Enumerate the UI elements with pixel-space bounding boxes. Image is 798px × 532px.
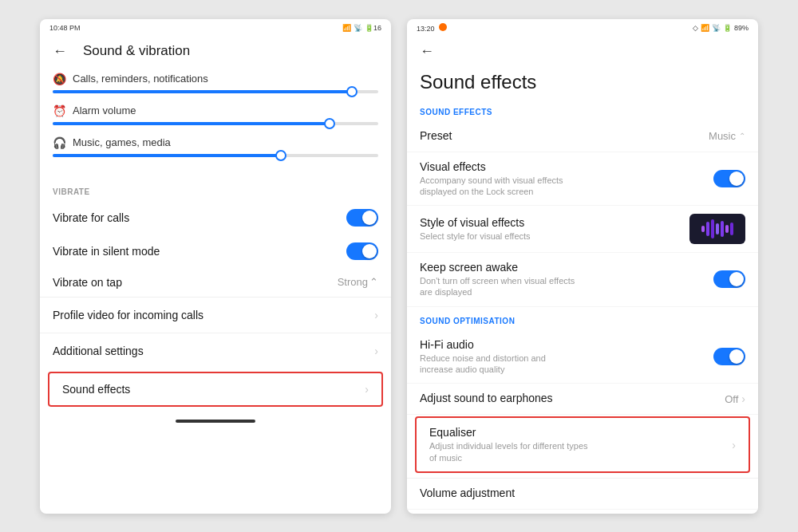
vibrate-tap-row[interactable]: Vibrate on tap Strong ⌃ xyxy=(40,268,391,297)
preset-info: Preset xyxy=(420,129,709,144)
back-button-right[interactable]: ← xyxy=(420,43,434,60)
profile-video-row[interactable]: Profile video for incoming calls › xyxy=(40,297,391,333)
wave-bar-5 xyxy=(721,221,724,237)
alarm-label: Alarm volume xyxy=(73,104,136,116)
hifi-info: Hi-Fi audio Reduce noise and distortion … xyxy=(420,338,713,376)
alarm-slider-thumb xyxy=(324,118,335,129)
alarm-slider-track[interactable] xyxy=(53,122,378,125)
right-phone-screen: 13:20 ◇ 📶 📡 🔋 89% ← Sound effects SOUND … xyxy=(407,19,758,514)
volume-item-calls: 🔕 Calls, reminders, notifications xyxy=(53,73,378,93)
music-slider-track[interactable] xyxy=(53,154,378,157)
volume-item-music: 🎧 Music, games, media xyxy=(53,136,378,157)
notification-dot xyxy=(439,23,447,31)
style-visual-row[interactable]: Style of visual effects Select style for… xyxy=(407,206,758,253)
battery-left: 🔋16 xyxy=(365,24,381,32)
volume-adj-info: Volume adjustment xyxy=(420,487,745,501)
profile-video-arrow: › xyxy=(374,309,378,321)
vibrate-tap-value: Strong ⌃ xyxy=(338,276,378,288)
adjust-earphones-info: Adjust sound to earphones xyxy=(420,392,725,406)
wave-bar-2 xyxy=(706,222,709,236)
right-screen-title: Sound effects xyxy=(407,66,758,104)
screen-title-left: Sound & vibration xyxy=(83,43,190,59)
music-slider-thumb xyxy=(275,150,286,161)
optimisation-section: SOUND OPTIMISATION Hi-Fi audio Reduce no… xyxy=(407,313,758,475)
back-button-left[interactable]: ← xyxy=(53,43,67,60)
equaliser-info: Equaliser Adjust individual levels for d… xyxy=(429,426,732,463)
wifi-icon-right: 📡 xyxy=(712,24,721,32)
volume-label-music: 🎧 Music, games, media xyxy=(53,136,378,149)
calls-slider-fill xyxy=(53,90,352,93)
volume-label-calls: 🔕 Calls, reminders, notifications xyxy=(53,73,378,85)
adjust-earphones-row[interactable]: Adjust sound to earphones Off › xyxy=(407,384,758,415)
diamond-icon: ◇ xyxy=(693,24,698,32)
status-time-right: 13:20 xyxy=(417,23,447,33)
sound-effects-arrow: › xyxy=(365,383,369,396)
status-icons-left: 📶 📡 🔋16 xyxy=(342,24,381,32)
additional-settings-arrow: › xyxy=(374,345,378,357)
vibrate-for-calls-row[interactable]: Vibrate for calls xyxy=(40,201,391,234)
signal-icon: 📶 xyxy=(342,24,351,32)
optimisation-label: SOUND OPTIMISATION xyxy=(407,313,758,330)
vibrate-calls-label: Vibrate for calls xyxy=(53,211,129,224)
home-indicator-left xyxy=(40,410,391,426)
equaliser-arrow: › xyxy=(732,439,736,451)
left-phone-screen: 10:48 PM 📶 📡 🔋16 ← Sound & vibration 🔕 C… xyxy=(40,19,391,514)
hifi-row[interactable]: Hi-Fi audio Reduce noise and distortion … xyxy=(407,330,758,384)
adjust-earphones-right: Off › xyxy=(725,392,745,405)
equaliser-row[interactable]: Equaliser Adjust individual levels for d… xyxy=(417,418,749,471)
equaliser-highlighted-container: Equaliser Adjust individual levels for d… xyxy=(415,416,750,473)
volume-item-alarm: ⏰ Alarm volume xyxy=(53,104,378,125)
status-bar-right: 13:20 ◇ 📶 📡 🔋 89% xyxy=(407,19,758,37)
vibrate-silent-toggle[interactable] xyxy=(346,242,378,260)
screen-header-left: ← Sound & vibration xyxy=(40,37,391,66)
keep-awake-info: Keep screen awake Don't turn off screen … xyxy=(420,261,713,298)
vibrate-tap-chevron: ⌃ xyxy=(369,276,378,288)
wave-bar-3 xyxy=(711,219,714,238)
additional-settings-row[interactable]: Additional settings › xyxy=(40,333,391,368)
screenshots-container: 10:48 PM 📶 📡 🔋16 ← Sound & vibration 🔕 C… xyxy=(0,0,798,532)
battery-right: 🔋 89% xyxy=(723,24,749,32)
screen-header-right: ← xyxy=(407,37,758,66)
wave-bar-6 xyxy=(725,225,729,233)
preset-row[interactable]: Preset Music ⌃ xyxy=(407,121,758,152)
earphones-arrow: › xyxy=(741,392,745,405)
volume-adjustment-row[interactable]: Volume adjustment xyxy=(407,478,758,510)
signal-icon-right: 📶 xyxy=(701,24,709,32)
visual-effects-row[interactable]: Visual effects Accompany sound with visu… xyxy=(407,152,758,207)
wave-bar-1 xyxy=(701,226,705,232)
preset-chevron: ⌃ xyxy=(739,132,745,140)
vibrate-silent-label: Vibrate in silent mode xyxy=(53,245,160,258)
calls-label: Calls, reminders, notifications xyxy=(73,73,208,85)
visual-effects-info: Visual effects Accompany sound with visu… xyxy=(420,160,713,198)
keep-awake-row[interactable]: Keep screen awake Don't turn off screen … xyxy=(407,253,758,307)
calls-slider-track[interactable] xyxy=(53,90,378,93)
wifi-icon: 📡 xyxy=(354,24,362,32)
keep-awake-toggle[interactable] xyxy=(713,270,745,288)
status-bar-left: 10:48 PM 📶 📡 🔋16 xyxy=(40,19,391,37)
calls-icon: 🔕 xyxy=(53,73,66,85)
visual-style-thumb xyxy=(689,214,745,244)
vibrate-calls-toggle[interactable] xyxy=(346,209,378,227)
visual-effects-toggle[interactable] xyxy=(713,170,745,187)
volume-section: 🔕 Calls, reminders, notifications ⏰ Alar… xyxy=(40,66,391,181)
preset-right: Music ⌃ xyxy=(709,130,745,142)
vibrate-tap-label: Vibrate on tap xyxy=(53,276,122,289)
alarm-slider-fill xyxy=(53,122,330,125)
music-slider-fill xyxy=(53,154,281,157)
sound-effects-row-highlighted[interactable]: Sound effects › xyxy=(48,372,383,407)
hifi-toggle[interactable] xyxy=(713,348,745,365)
waveform xyxy=(701,219,733,238)
calls-slider-thumb xyxy=(346,86,358,97)
status-icons-right: ◇ 📶 📡 🔋 89% xyxy=(693,24,749,32)
wave-bar-7 xyxy=(730,223,733,235)
volume-label-alarm: ⏰ Alarm volume xyxy=(53,104,378,117)
vibrate-silent-row[interactable]: Vibrate in silent mode xyxy=(40,234,391,268)
alarm-icon: ⏰ xyxy=(53,104,66,117)
status-time-left: 10:48 PM xyxy=(49,24,81,32)
headphones-icon: 🎧 xyxy=(53,136,66,149)
style-visual-info: Style of visual effects Select style for… xyxy=(420,216,689,242)
home-bar-left xyxy=(176,420,255,423)
wave-bar-4 xyxy=(716,223,719,234)
se-section-label: SOUND EFFECTS xyxy=(407,104,758,121)
vibrate-section-label: VIBRATE xyxy=(40,181,391,201)
